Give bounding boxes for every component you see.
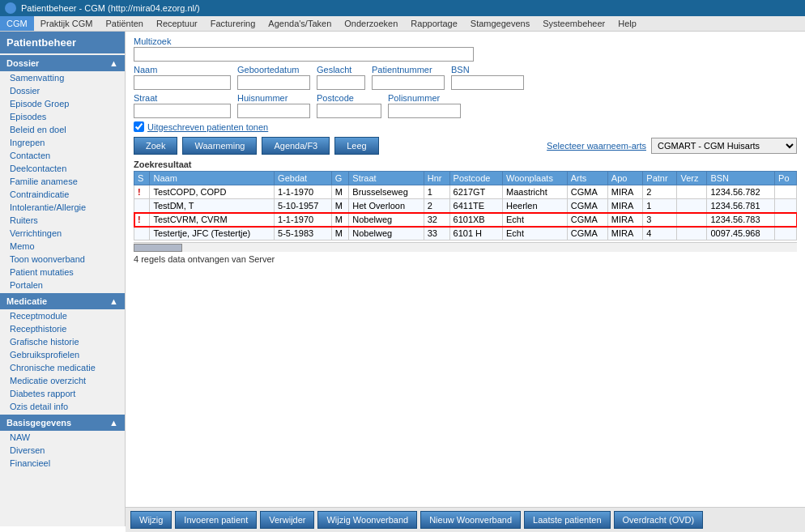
col-naam: Naam: [150, 172, 275, 185]
table-row[interactable]: TestDM, T5-10-1957MHet Overloon26411TEHe…: [134, 199, 797, 213]
menu-item-receptuur[interactable]: Receptuur: [150, 16, 204, 31]
sidebar-item-recepthistorie[interactable]: Recepthistorie: [0, 322, 125, 335]
bsn-field: BSN: [451, 65, 524, 90]
menu-item-pati-nten[interactable]: Patiënten: [99, 16, 149, 31]
col-straat: Straat: [349, 172, 424, 185]
wijzig-woonverband-button[interactable]: Wijzig Woonverband: [317, 511, 417, 529]
col-apo: Apo: [607, 172, 643, 185]
overdracht-button[interactable]: Overdracht (OVD): [614, 511, 704, 529]
straat-label: Straat: [134, 93, 231, 103]
huisnummer-input[interactable]: [237, 104, 310, 118]
polisnummer-input[interactable]: [388, 104, 461, 118]
main-layout: Patientbeheer Dossier ▲ Samenvatting Dos…: [0, 32, 805, 526]
sidebar-item-episodes[interactable]: Episodes: [0, 110, 125, 123]
geboortedatum-field: Geboortedatum: [237, 65, 310, 90]
patientnummer-input[interactable]: [372, 75, 445, 90]
postcode-input[interactable]: [317, 104, 381, 118]
col-arts: Arts: [567, 172, 607, 185]
naam-input[interactable]: [134, 75, 231, 90]
table-row[interactable]: !TestCVRM, CVRM1-1-1970MNobelweg326101XB…: [134, 213, 797, 227]
uitgeschreven-checkbox[interactable]: [134, 121, 144, 132]
table-row[interactable]: !TestCOPD, COPD1-1-1970MBrusselseweg1621…: [134, 185, 797, 199]
table-row[interactable]: Testertje, JFC (Testertje)5-5-1983MNobel…: [134, 227, 797, 240]
sidebar-item-chronische[interactable]: Chronische medicatie: [0, 361, 125, 374]
results-table-wrapper: S Naam Gebdat G Straat Hnr Postcode Woon…: [134, 171, 797, 240]
nieuw-woonverband-button[interactable]: Nieuw Woonverband: [420, 511, 521, 529]
polisnummer-label: Polisnummer: [388, 93, 461, 103]
sidebar-item-receptmodule[interactable]: Receptmodule: [0, 309, 125, 322]
scrollbar-thumb[interactable]: [134, 244, 182, 252]
multizoek-input[interactable]: [134, 47, 474, 62]
sidebar-item-intolerantie[interactable]: Intolerantie/Allergie: [0, 201, 125, 214]
uitgeschreven-label[interactable]: Uitgeschreven patienten tonen: [147, 122, 268, 132]
menu-item-stamgegevens[interactable]: Stamgegevens: [464, 16, 536, 31]
select-arts-label[interactable]: Selecteer waarneem-arts: [547, 141, 646, 151]
wijzig-button[interactable]: Wijzig: [130, 511, 172, 529]
sidebar: Patientbeheer Dossier ▲ Samenvatting Dos…: [0, 32, 126, 526]
col-hnr: Hnr: [424, 172, 449, 185]
waarneming-button[interactable]: Waarneming: [182, 137, 257, 155]
bsn-input[interactable]: [451, 75, 524, 90]
sidebar-item-dossier[interactable]: Dossier: [0, 84, 125, 97]
window-title: Patientbeheer - CGM (http://mira04.ezorg…: [21, 3, 200, 13]
table-header-row: S Naam Gebdat G Straat Hnr Postcode Woon…: [134, 172, 797, 185]
sidebar-item-deelcontacten[interactable]: Deelcontacten: [0, 162, 125, 175]
menu-item-rapportage[interactable]: Rapportage: [404, 16, 464, 31]
straat-field: Straat: [134, 93, 231, 118]
polisnummer-field: Polisnummer: [388, 93, 461, 118]
verwijder-button[interactable]: Verwijder: [260, 511, 314, 529]
sidebar-item-memo[interactable]: Memo: [0, 240, 125, 253]
sidebar-section-basisgegevens: Basisgegevens ▲: [0, 415, 125, 431]
menu-item-onderzoeken[interactable]: Onderzoeken: [338, 16, 404, 31]
sidebar-item-ruiters[interactable]: Ruiters: [0, 214, 125, 227]
menu-item-praktijk-cgm[interactable]: Praktijk CGM: [34, 16, 100, 31]
patientnummer-field: Patientnummer: [372, 65, 445, 90]
laatste-patienten-button[interactable]: Laatste patienten: [524, 511, 610, 529]
sidebar-item-verrichtingen[interactable]: Verrichtingen: [0, 227, 125, 240]
action-buttons-row: Zoek Waarneming Agenda/F3 Leeg Selecteer…: [134, 137, 797, 155]
col-po: Po: [775, 172, 797, 185]
result-label: Zoekresultaat: [134, 160, 797, 169]
sidebar-item-diversen[interactable]: Diversen: [0, 444, 125, 457]
search-row-2: Straat Huisnummer Postcode Polisnummer: [134, 93, 797, 118]
straat-input[interactable]: [134, 104, 231, 118]
multizoek-field: Multizoek: [134, 36, 797, 62]
menu-item-cgm[interactable]: CGM: [0, 16, 34, 31]
bottom-buttons: Wijzig Invoeren patient Verwijder Wijzig…: [126, 507, 805, 532]
geslacht-input[interactable]: [317, 75, 365, 90]
col-s: S: [134, 172, 150, 185]
sidebar-item-contraindicatie[interactable]: Contraindicatie: [0, 188, 125, 201]
agenda-button[interactable]: Agenda/F3: [262, 137, 330, 155]
sidebar-item-diabetes-rapport[interactable]: Diabetes rapport: [0, 387, 125, 400]
leeg-button[interactable]: Leeg: [334, 137, 378, 155]
menu-item-systeembeheer[interactable]: Systeembeheer: [536, 16, 611, 31]
geboortedatum-input[interactable]: [237, 75, 310, 90]
sidebar-item-episode-groep[interactable]: Episode Groep: [0, 97, 125, 110]
menu-item-help[interactable]: Help: [611, 16, 643, 31]
sidebar-item-ingrepen[interactable]: Ingrepen: [0, 136, 125, 149]
menu-item-agenda-s-taken[interactable]: Agenda's/Taken: [262, 16, 338, 31]
content-area: Multizoek Naam Geboortedatum Geslacht Pa…: [126, 32, 805, 526]
sidebar-item-financieel[interactable]: Financieel: [0, 457, 125, 470]
sidebar-item-woonverband[interactable]: Toon woonverband: [0, 253, 125, 266]
sidebar-section-medicatie: Medicatie ▲: [0, 293, 125, 309]
sidebar-item-grafische[interactable]: Grafische historie: [0, 335, 125, 348]
sidebar-item-contacten[interactable]: Contacten: [0, 149, 125, 162]
postcode-label: Postcode: [317, 93, 381, 103]
invoeren-patient-button[interactable]: Invoeren patient: [175, 511, 257, 529]
menu-item-facturering[interactable]: Facturering: [204, 16, 262, 31]
horizontal-scrollbar[interactable]: [134, 242, 797, 252]
sidebar-item-naw[interactable]: NAW: [0, 431, 125, 444]
zoek-button[interactable]: Zoek: [134, 137, 177, 155]
huisnummer-field: Huisnummer: [237, 93, 310, 118]
sidebar-item-mutaties[interactable]: Patient mutaties: [0, 266, 125, 279]
sidebar-item-portalen[interactable]: Portalen: [0, 279, 125, 292]
multizoek-label: Multizoek: [134, 36, 797, 46]
sidebar-item-medicatie-overzicht[interactable]: Medicatie overzicht: [0, 374, 125, 387]
select-arts-dropdown[interactable]: CGMART - CGM Huisarts: [651, 138, 797, 154]
sidebar-item-ozis[interactable]: Ozis detail info: [0, 400, 125, 413]
sidebar-item-samenvatting[interactable]: Samenvatting: [0, 71, 125, 84]
sidebar-item-familie[interactable]: Familie anamese: [0, 175, 125, 188]
sidebar-item-gebruiksprofielen[interactable]: Gebruiksprofielen: [0, 348, 125, 361]
sidebar-item-beleid[interactable]: Beleid en doel: [0, 123, 125, 136]
